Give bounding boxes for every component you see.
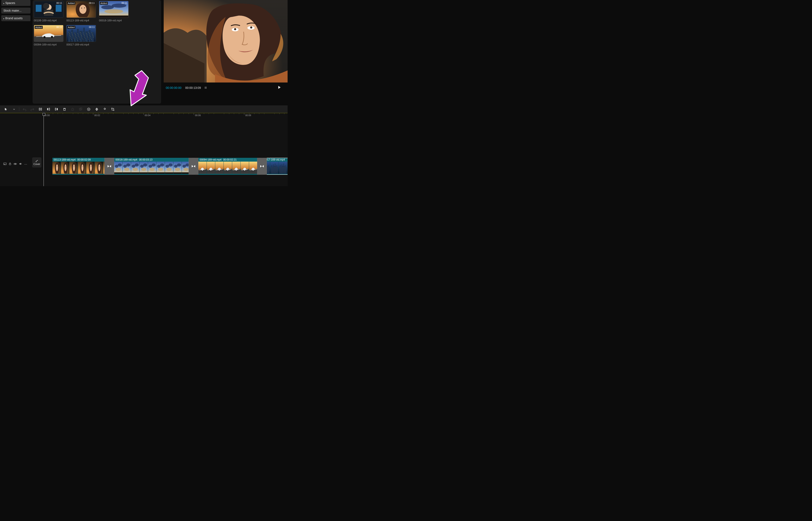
media-duration: 00:11: [89, 2, 95, 4]
group-icon[interactable]: [78, 107, 83, 111]
svg-point-125: [99, 166, 100, 167]
timeline-clip[interactable]: 00094-169-vid.mp4 00:00:02:21: [198, 158, 262, 175]
split-icon[interactable]: [38, 107, 43, 111]
svg-rect-384: [287, 162, 287, 174]
svg-point-191: [229, 169, 229, 171]
media-filename: 00017-169-vid.mp4: [66, 43, 96, 46]
svg-rect-75: [91, 38, 91, 38]
select-icon[interactable]: [4, 107, 8, 111]
split-left-icon[interactable]: [46, 107, 50, 111]
svg-point-113: [74, 166, 74, 167]
ruler-tick: 00:02: [94, 114, 100, 117]
svg-point-173: [183, 168, 189, 171]
svg-rect-7: [54, 8, 55, 13]
crop-icon[interactable]: [111, 107, 115, 111]
ruler-tick: 00:04: [145, 114, 150, 117]
media-duration: 00:11: [121, 2, 127, 4]
svg-point-196: [243, 169, 244, 171]
added-badge: Added: [100, 2, 108, 5]
svg-rect-149: [140, 173, 148, 174]
rotate-icon[interactable]: [102, 107, 107, 111]
select-dropdown-icon[interactable]: [12, 107, 16, 111]
svg-rect-41: [74, 38, 74, 39]
svg-rect-25: [77, 29, 79, 42]
svg-point-109: [66, 166, 66, 167]
svg-point-10: [79, 5, 87, 14]
delete-icon[interactable]: [62, 107, 67, 111]
svg-rect-59: [83, 40, 83, 40]
svg-point-187: [218, 169, 219, 171]
svg-rect-2: [56, 5, 62, 12]
svg-rect-31: [69, 32, 69, 32]
redo-icon[interactable]: [30, 107, 34, 111]
svg-rect-52: [79, 38, 79, 38]
media-thumb[interactable]: Added 00:11: [34, 25, 64, 42]
svg-rect-32: [69, 33, 69, 34]
svg-point-168: [175, 168, 180, 171]
media-thumb[interactable]: 00:11: [34, 1, 64, 18]
audio-icon[interactable]: [19, 162, 22, 166]
svg-point-143: [133, 168, 138, 171]
play-button[interactable]: [277, 86, 281, 90]
svg-rect-89: [47, 108, 48, 110]
svg-rect-328: [282, 164, 282, 174]
sidebar-item-brand[interactable]: Brand assets: [1, 15, 30, 21]
svg-point-142: [135, 163, 139, 167]
svg-rect-139: [123, 173, 131, 174]
svg-rect-91: [55, 108, 56, 110]
svg-point-181: [201, 169, 202, 171]
video-track[interactable]: 00113-169-vid.mp4 00:00:02:09: [42, 118, 287, 186]
marker-icon[interactable]: [70, 107, 75, 111]
svg-rect-47: [77, 39, 77, 39]
undo-icon[interactable]: [22, 107, 26, 111]
media-duration: 00:11: [56, 2, 62, 4]
captions-toggle-icon[interactable]: [3, 162, 6, 166]
svg-rect-1: [36, 5, 42, 12]
cover-label: Cover: [33, 163, 40, 166]
svg-point-12: [84, 7, 85, 8]
lock-icon[interactable]: [9, 162, 11, 166]
media-thumb[interactable]: Added 00:11: [66, 25, 96, 42]
transition[interactable]: [257, 158, 267, 175]
timeline-ruler[interactable]: 00:0000:0200:0400:0600:08: [0, 113, 287, 118]
mirror-icon[interactable]: [94, 107, 99, 111]
svg-rect-65: [86, 40, 86, 40]
ruler-tick: 00:08: [245, 114, 251, 117]
preview-viewport[interactable]: [164, 0, 287, 83]
svg-point-115: [82, 164, 83, 171]
svg-rect-327: [281, 167, 281, 174]
svg-rect-39: [73, 36, 73, 36]
svg-rect-164: [165, 173, 173, 174]
svg-rect-88: [41, 108, 42, 110]
svg-point-19: [43, 36, 45, 38]
svg-point-84: [234, 28, 236, 30]
media-thumb[interactable]: Added 00:11: [66, 1, 96, 18]
svg-rect-212: [268, 165, 269, 174]
svg-rect-270: [275, 163, 275, 174]
added-badge: Added: [67, 26, 75, 29]
svg-rect-268: [273, 164, 274, 174]
svg-point-101: [15, 163, 16, 164]
media-thumb[interactable]: Added 00:11: [99, 1, 129, 18]
sidebar-item-stock[interactable]: Stock mater...: [1, 8, 30, 14]
svg-rect-90: [49, 108, 50, 110]
clip-duration: 00:00:02:21: [223, 158, 236, 161]
sidebar-item-spaces[interactable]: Spaces: [1, 0, 30, 6]
svg-point-107: [65, 164, 66, 171]
grid-view-icon[interactable]: [205, 87, 207, 89]
svg-rect-269: [274, 166, 275, 174]
svg-point-8: [53, 6, 55, 9]
svg-point-188: [220, 169, 221, 171]
svg-point-163: [166, 168, 172, 171]
reverse-speed-icon[interactable]: [87, 107, 91, 111]
svg-point-119: [90, 164, 92, 171]
more-icon[interactable]: ⋯: [24, 163, 27, 166]
timeline-clip[interactable]: 00016-169-vid.mp4 00:00:03:13: [114, 158, 198, 175]
svg-rect-94: [64, 108, 66, 109]
split-right-icon[interactable]: [54, 107, 59, 111]
cover-button[interactable]: Cover: [32, 157, 42, 167]
visibility-icon[interactable]: [14, 162, 17, 166]
svg-point-153: [149, 168, 155, 171]
transition[interactable]: [189, 158, 198, 175]
transition[interactable]: [105, 158, 114, 175]
